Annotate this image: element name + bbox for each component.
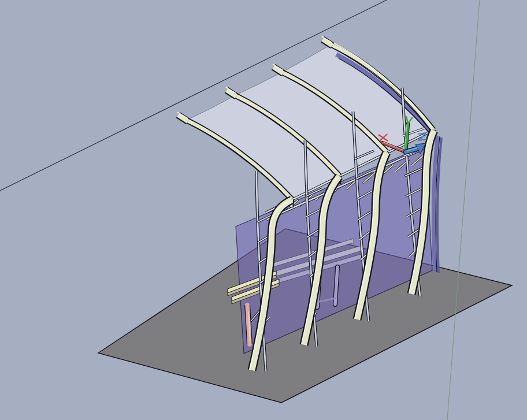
model-canvas[interactable]: X Y Z xyxy=(0,0,527,420)
3d-viewport[interactable]: X Y Z xyxy=(0,0,527,420)
